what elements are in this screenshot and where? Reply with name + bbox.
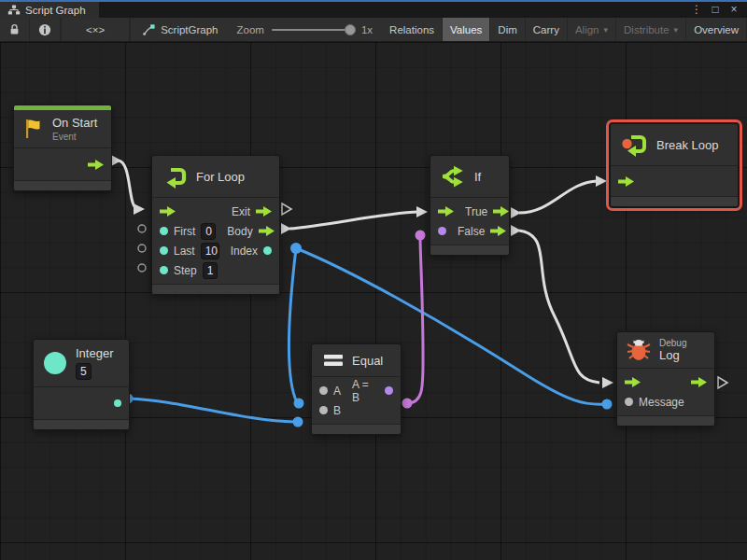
wire-dest-dot[interactable]	[294, 399, 304, 409]
node-equal[interactable]: Equal A A = B B	[311, 343, 402, 435]
first-input-port[interactable]	[160, 227, 168, 235]
port-label-b: B	[333, 404, 341, 417]
chevron-down-icon: ▾	[674, 25, 679, 35]
zoom-slider[interactable]	[272, 29, 354, 31]
port-label-true: True	[465, 205, 487, 218]
result-output-port[interactable]	[385, 386, 393, 395]
values-button[interactable]: Values	[443, 18, 490, 41]
node-on-start[interactable]: On Start Event	[13, 105, 112, 191]
port-label-a: A	[333, 385, 341, 398]
wire-dest-arrow[interactable]	[602, 377, 613, 388]
window-controls: ⋮ □ ×	[689, 0, 747, 18]
true-output-port[interactable]	[493, 206, 509, 217]
wire-equal-ifcondition[interactable]	[407, 238, 423, 403]
flow-input-port[interactable]	[160, 206, 176, 217]
tab-title: Script Graph	[25, 5, 86, 16]
wire-dest-dot[interactable]	[416, 231, 426, 241]
carry-button[interactable]: Carry	[526, 18, 568, 41]
last-value-field[interactable]: 10	[201, 243, 219, 259]
first-value-field[interactable]: 0	[201, 223, 216, 240]
distribute-button[interactable]: Distribute ▾	[616, 18, 686, 41]
wire-source-dot[interactable]	[290, 243, 302, 254]
dim-button[interactable]: Dim	[490, 18, 525, 41]
wire-source-dot[interactable]	[402, 399, 413, 409]
step-value-field[interactable]: 1	[203, 262, 218, 279]
node-subtitle: Event	[52, 132, 97, 142]
graph-breadcrumb[interactable]: ScriptGraph	[130, 18, 227, 41]
a-input-port[interactable]	[319, 386, 328, 395]
node-title: Log	[659, 348, 686, 362]
port-hint-debug-out[interactable]	[718, 377, 727, 388]
close-icon[interactable]: ×	[726, 3, 741, 16]
step-input-port[interactable]	[160, 266, 168, 274]
node-title: On Start	[52, 116, 97, 130]
lock-button[interactable]	[0, 18, 30, 41]
node-if[interactable]: If True False	[430, 155, 510, 256]
tab-script-graph[interactable]: Script Graph	[0, 2, 99, 18]
message-input-port[interactable]	[625, 398, 633, 406]
port-hint-step[interactable]	[138, 264, 146, 272]
unity-script-graph-window: Script Graph ⋮ □ × <×>	[0, 0, 747, 560]
port-label-index: Index	[231, 245, 258, 258]
relations-button[interactable]: Relations	[382, 18, 443, 41]
body-output-port[interactable]	[259, 226, 275, 236]
window-menu-icon[interactable]: ⋮	[689, 3, 704, 16]
integer-output-port[interactable]	[114, 399, 121, 407]
graph-canvas[interactable]: On Start Event For	[0, 42, 747, 560]
flow-input-port[interactable]	[438, 206, 454, 217]
port-hint-first[interactable]	[138, 225, 146, 232]
flag-icon	[23, 118, 44, 140]
port-label-last: Last	[174, 245, 195, 258]
flow-output-port[interactable]	[691, 377, 707, 387]
wire-integer-equalB[interactable]	[128, 399, 295, 422]
zoom-slider-handle[interactable]	[345, 24, 356, 35]
node-footer	[34, 419, 129, 429]
maximize-icon[interactable]: □	[708, 3, 723, 16]
exit-output-port[interactable]	[256, 206, 272, 217]
port-label-body: Body	[227, 225, 252, 238]
node-integer[interactable]: Integer 5	[33, 339, 130, 430]
wire-source-arrow[interactable]	[281, 223, 291, 234]
wire-iftrue-breakloop[interactable]	[519, 181, 598, 213]
node-footer	[152, 284, 279, 294]
index-output-port[interactable]	[263, 246, 272, 255]
flow-input-port[interactable]	[618, 176, 634, 187]
node-break-loop[interactable]: Break Loop	[610, 123, 739, 207]
node-footer	[14, 180, 111, 190]
port-label-step: Step	[174, 264, 197, 277]
flow-input-port[interactable]	[625, 377, 641, 387]
wire-dest-arrow[interactable]	[596, 175, 607, 187]
wire-source-arrow[interactable]	[511, 225, 521, 236]
integer-icon	[43, 351, 67, 375]
node-debug-log[interactable]: Debug Log Message	[616, 331, 715, 427]
wire-dest-arrow[interactable]	[134, 203, 145, 215]
node-for-loop[interactable]: For Loop Exit First 0	[151, 155, 280, 295]
align-button[interactable]: Align ▾	[568, 18, 616, 41]
port-hint-exit[interactable]	[282, 203, 291, 215]
wire-iffalse-debuglog[interactable]	[519, 231, 599, 383]
inspect-button[interactable]	[30, 18, 61, 41]
wire-dest-dot[interactable]	[293, 417, 303, 427]
overview-button[interactable]: Overview	[686, 18, 747, 41]
false-output-port[interactable]	[490, 226, 506, 236]
b-input-port[interactable]	[319, 406, 328, 414]
wire-onstart-forloop[interactable]	[118, 161, 138, 209]
port-hint-last[interactable]	[138, 245, 146, 252]
node-title: If	[474, 170, 481, 184]
graph-name-label: ScriptGraph	[161, 24, 218, 35]
condition-input-port[interactable]	[438, 227, 446, 235]
last-input-port[interactable]	[160, 246, 168, 255]
wire-source-arrow[interactable]	[111, 155, 121, 166]
wire-source-arrow[interactable]	[511, 207, 521, 218]
code-view-button[interactable]: <×>	[62, 18, 130, 41]
wire-dest-dot[interactable]	[602, 399, 613, 410]
window-focus-highlight	[0, 0, 747, 2]
wire-body-if[interactable]	[289, 212, 418, 229]
wire-dest-arrow[interactable]	[416, 206, 428, 217]
wire-index-equalA[interactable]	[289, 248, 297, 402]
bug-icon	[627, 338, 651, 362]
node-title: Equal	[352, 354, 383, 368]
flow-output-port[interactable]	[88, 160, 104, 170]
integer-value-field[interactable]: 5	[76, 363, 92, 380]
loop-icon	[163, 164, 188, 189]
